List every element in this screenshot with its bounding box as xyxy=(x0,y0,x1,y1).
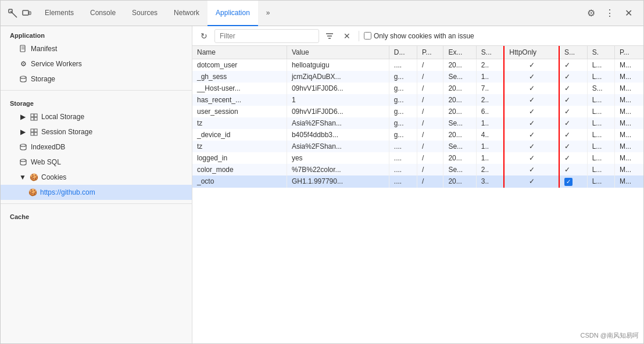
col-header-priority[interactable]: P... xyxy=(615,46,643,59)
svg-rect-10 xyxy=(31,117,34,120)
tab-network[interactable]: Network xyxy=(166,1,207,26)
table-cell: Se... xyxy=(443,164,476,175)
cookies-table: Name Value D... P... Ex... S... HttpOnly… xyxy=(192,46,643,188)
table-cell: / xyxy=(417,59,443,71)
tab-sources[interactable]: Sources xyxy=(124,1,166,26)
col-header-name[interactable]: Name xyxy=(192,46,287,59)
tab-elements[interactable]: Elements xyxy=(37,1,82,26)
table-cell: L... xyxy=(587,141,614,152)
col-header-path[interactable]: P... xyxy=(417,46,443,59)
table-cell: dotcom_user xyxy=(192,59,287,71)
table-cell: M... xyxy=(615,83,643,94)
col-header-samesite[interactable]: S. xyxy=(587,46,614,59)
table-cell: .... xyxy=(389,59,417,71)
table-cell: _device_id xyxy=(192,129,287,141)
cookies-github-label: https://github.com xyxy=(40,188,95,196)
table-row[interactable]: tzAsia%2FShan......./Se...1..✓✓L...M... xyxy=(192,141,643,152)
settings-icon[interactable]: ⚙ xyxy=(583,5,599,21)
table-row[interactable]: _octoGH1.1.997790......./20...3..✓✓L...M… xyxy=(192,175,643,188)
table-cell: ✓ xyxy=(504,175,559,188)
panel-area: ↻ ✕ Only show cookies with an issue xyxy=(192,26,643,343)
sidebar-item-cookies[interactable]: ▼ 🍪 Cookies xyxy=(1,170,192,185)
tab-application[interactable]: Application xyxy=(207,1,258,26)
secure-checkbox-checked: ✓ xyxy=(564,178,573,186)
sidebar-item-service-workers[interactable]: ⚙ Service Workers xyxy=(1,56,192,71)
expand-icon: ▶ xyxy=(19,113,26,120)
table-cell: 1.. xyxy=(476,71,504,83)
col-header-secure[interactable]: S... xyxy=(559,46,587,59)
table-cell: L... xyxy=(587,106,614,117)
table-row[interactable]: dotcom_userhelloatguigu..../20...2..✓✓L.… xyxy=(192,59,643,71)
main-area: Application Manifest ⚙ Service Workers S… xyxy=(1,26,643,343)
table-row[interactable]: tzAsia%2FShan...g.../Se...1..✓✓L...M... xyxy=(192,117,643,129)
table-cell: has_recent_... xyxy=(192,94,287,106)
table-cell: ✓ xyxy=(504,152,559,164)
col-header-size[interactable]: S... xyxy=(476,46,504,59)
table-row[interactable]: __Host-user...09hvV1iFJ0D6...g.../20...7… xyxy=(192,83,643,94)
table-cell: 1.. xyxy=(476,117,504,129)
sidebar-item-manifest[interactable]: Manifest xyxy=(1,41,192,56)
table-cell: .... xyxy=(389,152,417,164)
close-icon[interactable]: ✕ xyxy=(620,5,636,21)
table-row[interactable]: user_session09hvV1iFJ0D6...g.../20...6..… xyxy=(192,106,643,117)
col-header-httponly[interactable]: HttpOnly xyxy=(504,46,559,59)
table-cell: 1 xyxy=(287,94,389,106)
sidebar-item-indexeddb[interactable]: IndexedDB xyxy=(1,139,192,155)
table-cell: g... xyxy=(389,117,417,129)
table-cell: Se... xyxy=(443,141,476,152)
db-icon-3 xyxy=(19,158,27,166)
table-row[interactable]: has_recent_...1g.../20...2..✓✓L...M... xyxy=(192,94,643,106)
table-row[interactable]: _gh_sessjcmZiqADuBX...g.../Se...1..✓✓L..… xyxy=(192,71,643,83)
delete-button[interactable]: ✕ xyxy=(340,29,354,43)
issue-filter-checkbox[interactable] xyxy=(364,32,371,40)
table-cell: Se... xyxy=(443,117,476,129)
table-cell: L... xyxy=(587,59,614,71)
col-header-domain[interactable]: D... xyxy=(389,46,417,59)
table-row[interactable]: _device_idb405f4ddbb3...g.../20...4..✓✓L… xyxy=(192,129,643,141)
cookie-icon-2: 🍪 xyxy=(28,188,37,196)
panel-toolbar: ↻ ✕ Only show cookies with an issue xyxy=(192,26,643,46)
sidebar-item-web-sql[interactable]: Web SQL xyxy=(1,155,192,170)
refresh-button[interactable]: ↻ xyxy=(197,29,211,43)
table-cell: L... xyxy=(587,129,614,141)
table-cell: .... xyxy=(389,141,417,152)
tab-bar: Elements Console Sources Network Applica… xyxy=(1,1,643,26)
table-cell: Se... xyxy=(443,71,476,83)
filter-input[interactable] xyxy=(214,29,319,43)
tab-console[interactable]: Console xyxy=(82,1,124,26)
sidebar-item-storage-app[interactable]: Storage xyxy=(1,71,192,87)
indexeddb-label: IndexedDB xyxy=(31,143,65,151)
table-cell: M... xyxy=(615,164,643,175)
table-row[interactable]: color_mode%7B%22color......./Se...2..✓✓L… xyxy=(192,164,643,175)
filter-icon-btn[interactable] xyxy=(323,29,337,43)
application-section-header: Application xyxy=(1,26,192,41)
local-storage-label: Local Storage xyxy=(41,113,84,121)
tab-more[interactable]: » xyxy=(258,1,278,26)
sidebar-item-session-storage[interactable]: ▶ Session Storage xyxy=(1,124,192,139)
table-cell: ✓ xyxy=(559,94,587,106)
issue-filter-checkbox-label[interactable]: Only show cookies with an issue xyxy=(364,32,474,40)
table-cell: M... xyxy=(615,129,643,141)
table-cell: .... xyxy=(389,175,417,188)
col-header-value[interactable]: Value xyxy=(287,46,389,59)
table-cell: helloatguigu xyxy=(287,59,389,71)
table-cell: L... xyxy=(587,94,614,106)
table-cell: g... xyxy=(389,106,417,117)
col-header-expires[interactable]: Ex... xyxy=(443,46,476,59)
manifest-label: Manifest xyxy=(31,45,57,53)
table-cell: color_mode xyxy=(192,164,287,175)
sidebar-item-local-storage[interactable]: ▶ Local Storage xyxy=(1,109,192,124)
sidebar-item-cookies-github[interactable]: 🍪 https://github.com xyxy=(1,185,192,200)
table-cell: / xyxy=(417,152,443,164)
table-cell: L... xyxy=(587,164,614,175)
table-cell: ✓ xyxy=(559,71,587,83)
more-options-icon[interactable]: ⋮ xyxy=(602,5,618,21)
table-row[interactable]: logged_inyes..../20...1..✓✓L...M... xyxy=(192,152,643,164)
table-cell: ✓ xyxy=(504,106,559,117)
inspect-icon[interactable] xyxy=(8,8,18,19)
table-cell: ✓ xyxy=(559,129,587,141)
device-icon[interactable] xyxy=(22,8,32,19)
table-cell: GH1.1.997790... xyxy=(287,175,389,188)
table-cell: / xyxy=(417,141,443,152)
table-cell: / xyxy=(417,94,443,106)
